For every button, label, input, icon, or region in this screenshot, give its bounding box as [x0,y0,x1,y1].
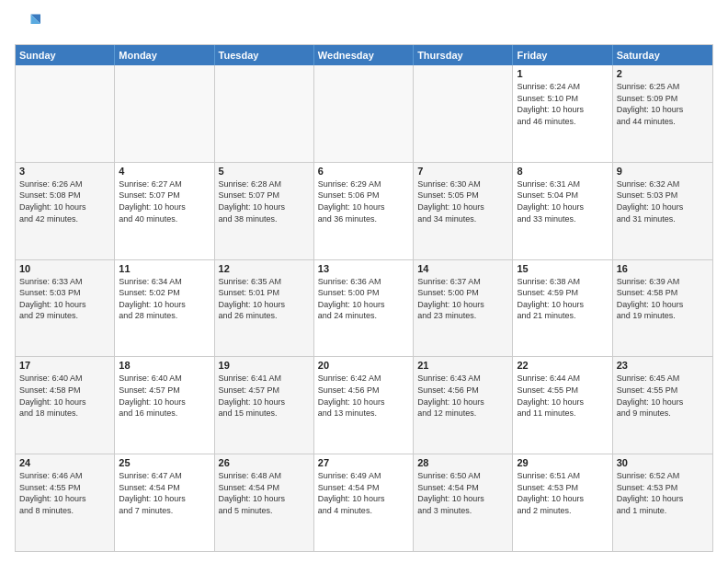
calendar-row-1: 1Sunrise: 6:24 AMSunset: 5:10 PMDaylight… [16,65,712,162]
day-info: Sunrise: 6:25 AMSunset: 5:09 PMDaylight:… [617,81,709,127]
day-info: Sunrise: 6:32 AMSunset: 5:03 PMDaylight:… [617,178,709,224]
day-cell-22: 22Sunrise: 6:44 AMSunset: 4:55 PMDayligh… [513,357,612,454]
day-number: 23 [617,360,709,371]
day-cell-24: 24Sunrise: 6:46 AMSunset: 4:55 PMDayligh… [16,454,115,551]
day-number: 26 [219,457,310,468]
day-info: Sunrise: 6:24 AMSunset: 5:10 PMDaylight:… [517,81,608,127]
empty-cell [414,65,513,162]
header-cell-thursday: Thursday [414,45,513,65]
day-number: 2 [617,68,709,79]
day-number: 5 [219,166,310,177]
day-cell-27: 27Sunrise: 6:49 AMSunset: 4:54 PMDayligh… [314,454,414,551]
day-number: 4 [119,166,210,177]
day-info: Sunrise: 6:52 AMSunset: 4:53 PMDaylight:… [617,470,709,516]
day-cell-8: 8Sunrise: 6:31 AMSunset: 5:04 PMDaylight… [513,163,612,259]
day-cell-18: 18Sunrise: 6:40 AMSunset: 4:57 PMDayligh… [115,357,214,454]
day-cell-10: 10Sunrise: 6:33 AMSunset: 5:03 PMDayligh… [16,260,115,357]
day-info: Sunrise: 6:40 AMSunset: 4:58 PMDaylight:… [19,373,110,419]
day-number: 1 [517,68,608,79]
day-number: 15 [517,263,608,274]
day-number: 3 [19,166,110,177]
day-number: 30 [617,457,709,468]
day-cell-1: 1Sunrise: 6:24 AMSunset: 5:10 PMDaylight… [513,65,612,162]
day-cell-28: 28Sunrise: 6:50 AMSunset: 4:54 PMDayligh… [414,454,513,551]
day-number: 13 [318,263,409,274]
day-number: 12 [219,263,310,274]
day-info: Sunrise: 6:39 AMSunset: 4:58 PMDaylight:… [617,276,709,322]
day-info: Sunrise: 6:46 AMSunset: 4:55 PMDaylight:… [19,470,110,516]
day-number: 21 [417,360,508,371]
day-info: Sunrise: 6:35 AMSunset: 5:01 PMDaylight:… [219,276,310,322]
day-cell-30: 30Sunrise: 6:52 AMSunset: 4:53 PMDayligh… [613,454,712,551]
day-info: Sunrise: 6:29 AMSunset: 5:06 PMDaylight:… [318,178,409,224]
header-cell-wednesday: Wednesday [314,45,414,65]
day-info: Sunrise: 6:28 AMSunset: 5:07 PMDaylight:… [219,178,310,224]
day-number: 11 [119,263,210,274]
header-cell-tuesday: Tuesday [215,45,314,65]
empty-cell [314,65,414,162]
day-cell-25: 25Sunrise: 6:47 AMSunset: 4:54 PMDayligh… [115,454,214,551]
day-info: Sunrise: 6:33 AMSunset: 5:03 PMDaylight:… [19,276,110,322]
header-cell-monday: Monday [115,45,214,65]
day-info: Sunrise: 6:40 AMSunset: 4:57 PMDaylight:… [119,373,210,419]
header [15,11,713,37]
calendar-row-2: 3Sunrise: 6:26 AMSunset: 5:08 PMDaylight… [16,162,712,259]
day-number: 6 [318,166,409,177]
day-info: Sunrise: 6:43 AMSunset: 4:56 PMDaylight:… [417,373,508,419]
day-info: Sunrise: 6:50 AMSunset: 4:54 PMDaylight:… [417,470,508,516]
logo-icon [15,11,40,37]
day-info: Sunrise: 6:34 AMSunset: 5:02 PMDaylight:… [119,276,210,322]
empty-cell [115,65,214,162]
day-number: 24 [19,457,110,468]
day-info: Sunrise: 6:30 AMSunset: 5:05 PMDaylight:… [417,178,508,224]
day-cell-14: 14Sunrise: 6:37 AMSunset: 5:00 PMDayligh… [414,260,513,357]
header-cell-saturday: Saturday [613,45,712,65]
calendar-row-5: 24Sunrise: 6:46 AMSunset: 4:55 PMDayligh… [16,454,712,551]
header-cell-sunday: Sunday [16,45,115,65]
day-info: Sunrise: 6:44 AMSunset: 4:55 PMDaylight:… [517,373,608,419]
day-number: 28 [417,457,508,468]
day-cell-16: 16Sunrise: 6:39 AMSunset: 4:58 PMDayligh… [613,260,712,357]
empty-cell [16,65,115,162]
calendar: SundayMondayTuesdayWednesdayThursdayFrid… [15,44,713,552]
day-info: Sunrise: 6:47 AMSunset: 4:54 PMDaylight:… [119,470,210,516]
day-number: 19 [219,360,310,371]
day-info: Sunrise: 6:38 AMSunset: 4:59 PMDaylight:… [517,276,608,322]
day-info: Sunrise: 6:37 AMSunset: 5:00 PMDaylight:… [417,276,508,322]
day-number: 7 [417,166,508,177]
day-cell-11: 11Sunrise: 6:34 AMSunset: 5:02 PMDayligh… [115,260,214,357]
day-number: 18 [119,360,210,371]
day-cell-15: 15Sunrise: 6:38 AMSunset: 4:59 PMDayligh… [513,260,612,357]
day-info: Sunrise: 6:42 AMSunset: 4:56 PMDaylight:… [318,373,409,419]
day-cell-9: 9Sunrise: 6:32 AMSunset: 5:03 PMDaylight… [613,163,712,259]
day-number: 20 [318,360,409,371]
day-number: 22 [517,360,608,371]
day-cell-12: 12Sunrise: 6:35 AMSunset: 5:01 PMDayligh… [215,260,314,357]
day-number: 27 [318,457,409,468]
day-cell-19: 19Sunrise: 6:41 AMSunset: 4:57 PMDayligh… [215,357,314,454]
header-cell-friday: Friday [513,45,612,65]
logo [15,11,44,37]
day-number: 16 [617,263,709,274]
day-info: Sunrise: 6:27 AMSunset: 5:07 PMDaylight:… [119,178,210,224]
calendar-body: 1Sunrise: 6:24 AMSunset: 5:10 PMDaylight… [16,65,712,551]
day-number: 8 [517,166,608,177]
calendar-row-4: 17Sunrise: 6:40 AMSunset: 4:58 PMDayligh… [16,356,712,454]
day-cell-20: 20Sunrise: 6:42 AMSunset: 4:56 PMDayligh… [314,357,414,454]
day-cell-5: 5Sunrise: 6:28 AMSunset: 5:07 PMDaylight… [215,163,314,259]
day-number: 14 [417,263,508,274]
day-info: Sunrise: 6:41 AMSunset: 4:57 PMDaylight:… [219,373,310,419]
day-info: Sunrise: 6:48 AMSunset: 4:54 PMDaylight:… [219,470,310,516]
day-info: Sunrise: 6:51 AMSunset: 4:53 PMDaylight:… [517,470,608,516]
day-cell-17: 17Sunrise: 6:40 AMSunset: 4:58 PMDayligh… [16,357,115,454]
day-info: Sunrise: 6:31 AMSunset: 5:04 PMDaylight:… [517,178,608,224]
page: SundayMondayTuesdayWednesdayThursdayFrid… [0,0,728,563]
calendar-header: SundayMondayTuesdayWednesdayThursdayFrid… [16,45,712,65]
day-number: 9 [617,166,709,177]
calendar-row-3: 10Sunrise: 6:33 AMSunset: 5:03 PMDayligh… [16,259,712,357]
day-cell-7: 7Sunrise: 6:30 AMSunset: 5:05 PMDaylight… [414,163,513,259]
day-cell-4: 4Sunrise: 6:27 AMSunset: 5:07 PMDaylight… [115,163,214,259]
day-number: 17 [19,360,110,371]
empty-cell [215,65,314,162]
day-cell-23: 23Sunrise: 6:45 AMSunset: 4:55 PMDayligh… [613,357,712,454]
